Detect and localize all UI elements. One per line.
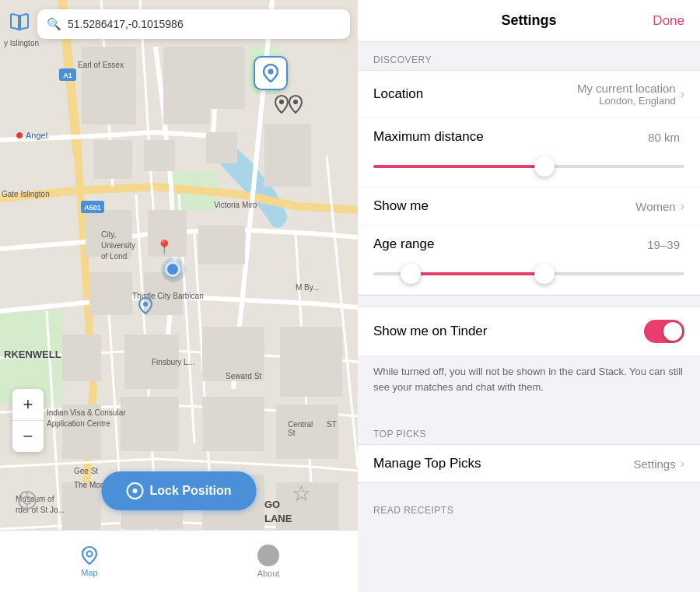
svg-rect-20 — [62, 405, 101, 459]
manage-top-picks-chevron: › — [681, 457, 684, 471]
tab-map-label: Map — [81, 568, 97, 577]
zoom-out-button[interactable]: − — [12, 421, 44, 452]
svg-rect-23 — [62, 482, 101, 537]
pin-pair — [274, 95, 303, 114]
age-range-thumb-left[interactable] — [401, 264, 421, 284]
zoom-controls: + − — [12, 389, 44, 452]
lock-position-button[interactable]: Lock Position — [102, 471, 257, 510]
svg-text:A1: A1 — [63, 72, 72, 79]
age-range-slider-track — [373, 272, 684, 275]
svg-rect-22 — [202, 397, 264, 451]
show-me-value: Women — [635, 200, 675, 213]
location-label: Location — [373, 86, 577, 102]
svg-point-35 — [279, 100, 284, 104]
svg-rect-10 — [206, 47, 245, 109]
age-range-row: Age range 19–39 — [358, 226, 700, 263]
toggle-thumb — [663, 322, 682, 341]
search-bar[interactable]: 🔍 51.5286417,-0.1015986 — [37, 9, 350, 39]
location-row[interactable]: Location My current location London, Eng… — [358, 71, 700, 118]
location-pin-red: 📍 — [156, 239, 173, 256]
svg-rect-5 — [163, 47, 210, 124]
map-tab-icon — [79, 545, 100, 566]
svg-rect-17 — [124, 335, 179, 389]
svg-rect-26 — [276, 405, 338, 459]
search-icon: 🔍 — [47, 17, 61, 31]
location-chevron: › — [681, 87, 684, 101]
location-track-icon — [17, 490, 37, 513]
lock-circle-icon — [127, 482, 144, 499]
show-me-tinder-row: Show me on Tinder — [358, 307, 700, 356]
svg-point-43 — [143, 302, 148, 307]
top-picks-card: Manage Top Picks Settings › — [358, 444, 700, 483]
settings-title: Settings — [501, 12, 556, 29]
manage-top-picks-value: Settings — [633, 457, 675, 471]
star-button[interactable]: ☆ — [292, 481, 311, 506]
svg-rect-19 — [280, 327, 342, 397]
svg-point-44 — [87, 552, 93, 557]
tab-bar: Map About — [0, 530, 358, 592]
tinder-description: While turned off, you will not be shown … — [358, 356, 700, 407]
svg-point-38 — [23, 496, 31, 504]
age-range-label: Age range — [373, 236, 647, 252]
show-me-tinder-label: Show me on Tinder — [373, 324, 644, 339]
age-range-thumb-right[interactable] — [534, 264, 555, 284]
svg-point-34 — [268, 69, 274, 75]
zoom-in-button[interactable]: + — [12, 389, 44, 420]
lock-position-label: Lock Position — [150, 484, 232, 498]
max-distance-label: Maximum distance — [373, 129, 648, 145]
svg-rect-15 — [198, 226, 245, 264]
show-me-chevron: › — [681, 199, 684, 213]
search-coordinates: 51.5286417,-0.1015986 — [68, 18, 341, 30]
about-avatar — [257, 545, 279, 566]
show-me-tinder-toggle[interactable] — [644, 320, 684, 343]
svg-rect-7 — [144, 140, 175, 171]
toggle-track — [644, 320, 684, 343]
tab-about-label: About — [257, 569, 280, 578]
location-value-stack: My current location London, England — [577, 82, 676, 107]
max-distance-row: Maximum distance 80 km — [358, 118, 700, 156]
tinder-pin-icon — [138, 297, 152, 317]
selected-pin[interactable] — [254, 56, 288, 90]
manage-top-picks-row[interactable]: Manage Top Picks Settings › — [358, 445, 700, 482]
tab-about[interactable]: About — [179, 531, 358, 592]
book-icon[interactable] — [9, 12, 30, 34]
svg-rect-16 — [62, 335, 101, 381]
max-distance-slider-fill — [373, 165, 544, 168]
discovery-card: Location My current location London, Eng… — [358, 70, 700, 296]
svg-text:A501: A501 — [84, 204, 101, 212]
tinder-section: Show me on Tinder — [358, 307, 700, 356]
settings-panel: Settings Done DISCOVERY Location My curr… — [358, 0, 700, 592]
svg-rect-12 — [264, 124, 311, 187]
discovery-section-header: DISCOVERY — [358, 42, 700, 70]
svg-rect-13 — [89, 272, 132, 315]
location-value-main: My current location — [577, 82, 676, 95]
map-panel: A1 A501 y Islington Earl of Essex Angel … — [0, 0, 358, 592]
current-location-dot — [165, 261, 180, 277]
max-distance-slider-thumb[interactable] — [534, 156, 555, 177]
show-me-label: Show me — [373, 198, 635, 214]
max-distance-slider-track — [373, 165, 684, 168]
svg-rect-11 — [206, 132, 237, 163]
svg-point-36 — [293, 100, 298, 104]
max-distance-slider-container[interactable] — [358, 156, 700, 187]
svg-rect-18 — [202, 327, 264, 381]
tab-map[interactable]: Map — [0, 531, 179, 592]
manage-top-picks-label: Manage Top Picks — [373, 456, 633, 471]
svg-rect-8 — [86, 210, 132, 257]
age-range-value: 19–39 — [647, 238, 680, 251]
read-receipts-section-header: READ RECEIPTS — [358, 492, 700, 520]
svg-rect-4 — [82, 47, 136, 124]
svg-rect-6 — [93, 140, 132, 179]
max-distance-value: 80 km — [648, 131, 680, 144]
done-button[interactable]: Done — [653, 13, 684, 29]
location-value-sub: London, England — [599, 95, 675, 107]
show-me-row[interactable]: Show me Women › — [358, 187, 700, 226]
age-range-slider-container[interactable] — [358, 263, 700, 295]
settings-header: Settings Done — [358, 0, 700, 42]
age-range-slider-fill — [411, 272, 544, 275]
top-picks-section-header: TOP PICKS — [358, 416, 700, 444]
svg-rect-21 — [121, 397, 179, 451]
